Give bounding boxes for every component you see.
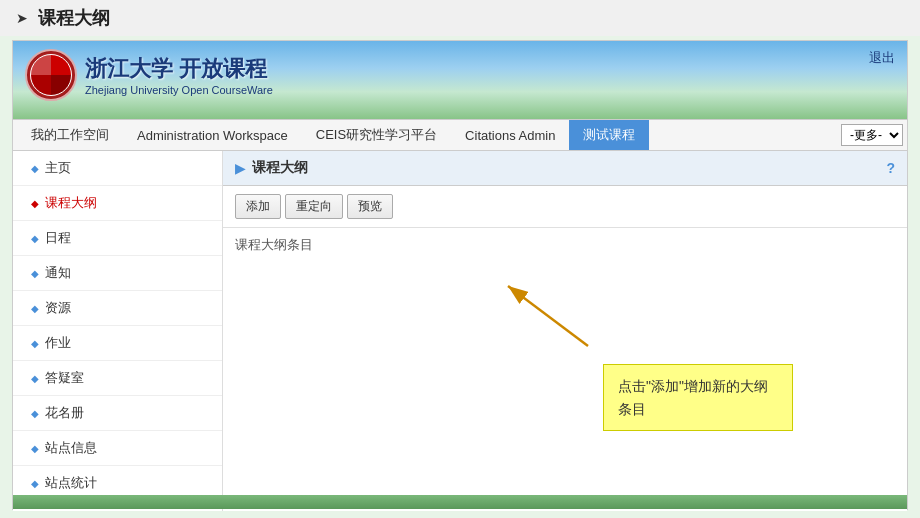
redirect-button[interactable]: 重定向	[285, 194, 343, 219]
sidebar-label-sitestats: 站点统计	[45, 474, 97, 492]
nav-item-citations[interactable]: Citations Admin	[451, 122, 569, 149]
bullet-icon: ◆	[31, 233, 39, 244]
page-title: 课程大纲	[38, 6, 110, 30]
sidebar-label-discussion: 讨论区	[45, 509, 84, 511]
content-header: ▶ 课程大纲 ?	[223, 151, 907, 186]
sidebar-label-schedule: 日程	[45, 229, 71, 247]
sidebar-item-roster[interactable]: ◆ 花名册	[13, 396, 222, 431]
logo-circle-inner	[30, 54, 72, 96]
sidebar: ◆ 主页 ◆ 课程大纲 ◆ 日程 ◆ 通知 ◆ 资源 ◆ 作业	[13, 151, 223, 511]
sidebar-item-schedule[interactable]: ◆ 日程	[13, 221, 222, 256]
content-header-icon: ▶	[235, 160, 246, 176]
nav-item-ceis[interactable]: CEIS研究性学习平台	[302, 120, 451, 150]
sidebar-item-siteinfo[interactable]: ◆ 站点信息	[13, 431, 222, 466]
bullet-icon: ◆	[31, 198, 39, 209]
action-row: 添加 重定向 预览	[223, 186, 907, 228]
logo-text: 浙江大学 开放课程 Zhejiang University Open Cours…	[85, 54, 273, 96]
sidebar-item-qa[interactable]: ◆ 答疑室	[13, 361, 222, 396]
more-dropdown[interactable]: -更多-	[841, 124, 903, 146]
preview-button[interactable]: 预览	[347, 194, 393, 219]
title-bar: ➤ 课程大纲	[0, 0, 920, 36]
sidebar-item-homework[interactable]: ◆ 作业	[13, 326, 222, 361]
bullet-icon: ◆	[31, 268, 39, 279]
bullet-icon: ◆	[31, 478, 39, 489]
outline-area: 课程大纲条目	[223, 228, 907, 262]
sidebar-item-notice[interactable]: ◆ 通知	[13, 256, 222, 291]
outline-label: 课程大纲条目	[235, 237, 313, 252]
bullet-icon: ◆	[31, 443, 39, 454]
content-title: 课程大纲	[252, 159, 308, 177]
bullet-icon: ◆	[31, 408, 39, 419]
sidebar-item-home[interactable]: ◆ 主页	[13, 151, 222, 186]
sidebar-label-resources: 资源	[45, 299, 71, 317]
bullet-icon: ◆	[31, 163, 39, 174]
add-button[interactable]: 添加	[235, 194, 281, 219]
callout-arrow	[488, 276, 608, 356]
sidebar-item-outline[interactable]: ◆ 课程大纲	[13, 186, 222, 221]
svg-line-1	[508, 286, 588, 346]
main-container: 浙江大学 开放课程 Zhejiang University Open Cours…	[12, 40, 908, 510]
sidebar-label-home: 主页	[45, 159, 71, 177]
nav-item-course[interactable]: 测试课程	[569, 120, 649, 150]
callout-box: 点击"添加"增加新的大纲条目	[603, 364, 793, 431]
nav-item-admin[interactable]: Administration Workspace	[123, 122, 302, 149]
sidebar-label-qa: 答疑室	[45, 369, 84, 387]
sidebar-label-homework: 作业	[45, 334, 71, 352]
nav-bar: 我的工作空间 Administration Workspace CEIS研究性学…	[13, 119, 907, 151]
logo-area: 浙江大学 开放课程 Zhejiang University Open Cours…	[25, 49, 273, 101]
logo-circle	[25, 49, 77, 101]
main-content: ▶ 课程大纲 ? 添加 重定向 预览 课程大纲条目	[223, 151, 907, 511]
sidebar-label-outline: 课程大纲	[45, 194, 97, 212]
sidebar-label-notice: 通知	[45, 264, 71, 282]
nav-dropdown: -更多-	[841, 124, 903, 146]
logo-zh-text: 浙江大学 开放课程	[85, 54, 273, 84]
bottom-grass	[13, 495, 907, 509]
logout-button[interactable]: 退出	[869, 49, 895, 67]
sidebar-label-siteinfo: 站点信息	[45, 439, 97, 457]
sidebar-item-resources[interactable]: ◆ 资源	[13, 291, 222, 326]
nav-item-workspace[interactable]: 我的工作空间	[17, 120, 123, 150]
help-icon[interactable]: ?	[886, 160, 895, 176]
bullet-icon: ◆	[31, 303, 39, 314]
callout-text: 点击"添加"增加新的大纲条目	[618, 378, 768, 416]
sidebar-label-roster: 花名册	[45, 404, 84, 422]
bullet-icon: ◆	[31, 338, 39, 349]
title-arrow-icon: ➤	[16, 10, 28, 26]
logo-en-text: Zhejiang University Open CourseWare	[85, 84, 273, 96]
content-area: ◆ 主页 ◆ 课程大纲 ◆ 日程 ◆ 通知 ◆ 资源 ◆ 作业	[13, 151, 907, 511]
header: 浙江大学 开放课程 Zhejiang University Open Cours…	[13, 41, 907, 119]
bullet-icon: ◆	[31, 373, 39, 384]
